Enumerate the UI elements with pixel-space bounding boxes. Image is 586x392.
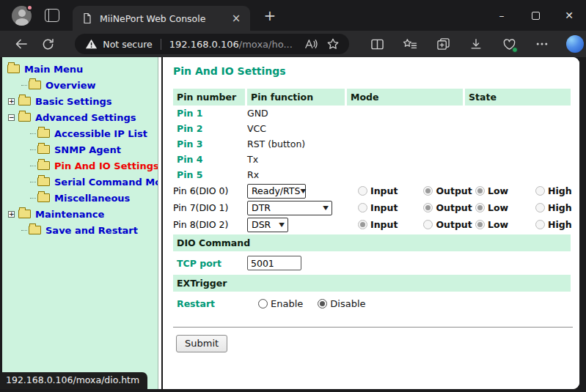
- downloads-button[interactable]: [465, 33, 487, 55]
- pin8-function-select[interactable]: DSR ▼: [247, 218, 288, 232]
- refresh-button[interactable]: [37, 33, 59, 55]
- navigation-sidebar: Main Menu Overview + Basic Settings − Ad…: [2, 57, 158, 389]
- chevron-down-icon: ▼: [279, 221, 285, 228]
- restart-disable-radio[interactable]: Disable: [318, 298, 365, 309]
- tcp-port-label: TCP port: [173, 258, 245, 269]
- chevron-down-icon: ▼: [323, 204, 329, 211]
- page-favicon-icon: [81, 12, 93, 24]
- url-host: 192.168.0.106: [169, 39, 239, 50]
- tab-title: MiiNePort Web Console: [100, 13, 228, 24]
- table-header-row: Pin number Pin function Mode State: [173, 89, 571, 106]
- expand-icon[interactable]: +: [8, 211, 15, 218]
- column-header-pin-number: Pin number: [173, 89, 245, 106]
- tcp-port-row: TCP port: [173, 253, 571, 273]
- back-icon: [14, 37, 29, 51]
- sidebar-item-basic-settings[interactable]: + Basic Settings: [2, 93, 158, 109]
- address-divider: [161, 39, 161, 50]
- toolbar-icons: [355, 33, 586, 55]
- sidebar-item-pin-and-io-settings[interactable]: Pin And IO Settings: [2, 158, 158, 174]
- restart-row: Restart Enable Disable: [173, 294, 571, 313]
- column-header-state: State: [465, 89, 571, 106]
- avatar-notification-dot: [26, 4, 33, 11]
- pin7-function-select[interactable]: DTR ▼: [247, 201, 332, 215]
- url-path: /moxa/ho...: [239, 39, 293, 50]
- sidebar-item-advanced-settings[interactable]: − Advanced Settings: [2, 109, 158, 125]
- read-aloud-button[interactable]: [302, 35, 320, 53]
- browser-toolbar: Not secure 192.168.0.106/moxa/ho...: [0, 31, 586, 57]
- favorites-button[interactable]: [399, 33, 421, 55]
- sidebar-item-snmp-agent[interactable]: SNMP Agent: [2, 141, 158, 158]
- maximize-button[interactable]: [519, 0, 552, 31]
- table-row-pin1: Pin 1 GND: [173, 106, 571, 121]
- browser-essentials-button[interactable]: [498, 33, 520, 55]
- browser-titlebar: MiiNePort Web Console × + – ✕: [0, 0, 586, 31]
- page-title: Pin And IO Settings: [173, 65, 579, 77]
- pin6-function-select[interactable]: Ready/RTS ▼: [247, 184, 306, 199]
- read-aloud-icon: [304, 38, 318, 50]
- sidebar-item-save-and-restart[interactable]: Save and Restart: [2, 222, 158, 238]
- close-window-button[interactable]: ✕: [552, 0, 586, 31]
- collections-button[interactable]: [432, 33, 454, 55]
- pin7-state-low-radio[interactable]: Low: [475, 202, 508, 213]
- sidebar-item-accessible-ip-list[interactable]: Accessible IP List: [2, 125, 158, 141]
- new-tab-button[interactable]: +: [260, 6, 279, 25]
- submit-button[interactable]: Submit: [176, 335, 227, 352]
- expand-icon[interactable]: +: [8, 98, 15, 105]
- folder-icon: [37, 129, 50, 138]
- column-header-pin-function: Pin function: [247, 89, 345, 106]
- sidebar-item-main-menu[interactable]: Main Menu: [2, 61, 158, 77]
- pin7-mode-input-radio[interactable]: Input: [358, 202, 398, 213]
- folder-icon: [18, 210, 31, 218]
- pin8-state-low-radio[interactable]: Low: [475, 219, 508, 230]
- favorite-star-icon: [326, 37, 340, 51]
- sidebar-item-miscellaneous[interactable]: Miscellaneous: [2, 190, 158, 206]
- status-bar-url: 192.168.0.106/moxa/dio.htm: [0, 372, 147, 389]
- workspaces-icon[interactable]: [45, 9, 59, 22]
- more-icon: [536, 42, 548, 46]
- minimize-button[interactable]: –: [485, 0, 519, 31]
- pin7-state-high-radio[interactable]: High: [535, 202, 572, 213]
- folder-icon: [29, 81, 41, 89]
- favorites-icon: [403, 37, 417, 51]
- window-controls: – ✕: [485, 0, 586, 31]
- address-bar[interactable]: Not secure 192.168.0.106/moxa/ho...: [75, 34, 349, 54]
- pin6-mode-input-radio[interactable]: Input: [358, 185, 398, 196]
- sidebar-item-maintenance[interactable]: + Maintenance: [2, 206, 158, 222]
- table-row-pin8: Pin 8(DIO 2) DSR ▼ Input Output: [173, 216, 571, 233]
- tab-close-icon[interactable]: ×: [228, 10, 244, 26]
- folder-icon: [37, 161, 50, 170]
- collapse-icon[interactable]: −: [8, 114, 15, 121]
- folder-icon: [7, 64, 20, 73]
- settings-more-button[interactable]: [531, 33, 553, 55]
- folder-icon: [29, 226, 41, 234]
- table-row-pin5: Pin 5 Rx: [173, 167, 571, 182]
- table-row-pin2: Pin 2 VCC: [173, 121, 571, 136]
- browser-tab[interactable]: MiiNePort Web Console ×: [73, 6, 250, 31]
- pin8-state-high-radio[interactable]: High: [535, 219, 572, 230]
- favorite-star-button[interactable]: [324, 35, 342, 53]
- refresh-icon: [41, 37, 55, 51]
- pin6-state-high-radio[interactable]: High: [535, 185, 572, 196]
- split-screen-icon: [370, 38, 384, 51]
- sidebar-item-overview[interactable]: Overview: [2, 77, 158, 93]
- copilot-button[interactable]: [564, 33, 586, 55]
- column-header-mode: Mode: [347, 89, 463, 106]
- restart-label: Restart: [173, 294, 245, 313]
- downloads-icon: [469, 37, 483, 51]
- maximize-icon: [532, 12, 540, 20]
- pin8-mode-input-radio[interactable]: Input: [358, 219, 398, 230]
- essentials-status-dot: [512, 47, 518, 53]
- profile-avatar[interactable]: [12, 6, 32, 26]
- pin6-state-low-radio[interactable]: Low: [475, 185, 508, 196]
- sidebar-item-serial-command-mode[interactable]: Serial Command Mode: [2, 174, 158, 190]
- folder-icon: [37, 177, 50, 186]
- restart-enable-radio[interactable]: Enable: [258, 298, 303, 309]
- frame-divider: [158, 57, 163, 389]
- split-screen-button[interactable]: [366, 33, 388, 55]
- tcp-port-input[interactable]: [247, 256, 301, 270]
- table-row-pin7: Pin 7(DIO 1) DTR ▼ Input Output: [173, 199, 571, 216]
- folder-icon: [37, 145, 50, 154]
- back-button[interactable]: [10, 33, 32, 55]
- folder-icon: [18, 113, 31, 122]
- folder-icon: [18, 97, 31, 106]
